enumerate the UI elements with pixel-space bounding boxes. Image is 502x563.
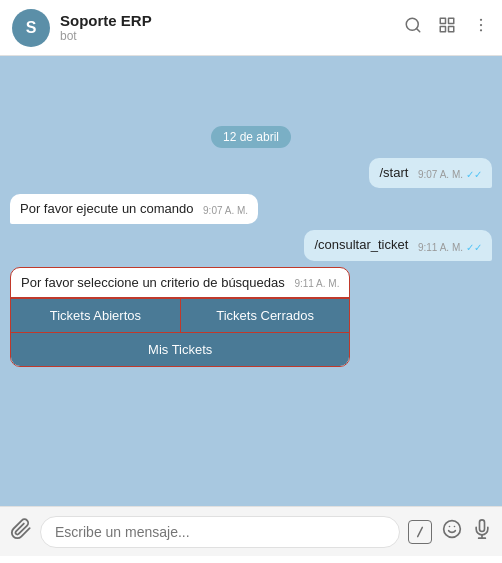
received-bubble: Por favor ejecute un comando 9:07 A. M.: [10, 194, 258, 224]
input-right-icons: [408, 519, 492, 544]
message-row: /start 9:07 A. M. ✓✓: [10, 158, 492, 188]
chat-subtitle: bot: [60, 29, 404, 43]
svg-rect-2: [440, 18, 445, 23]
bot-message-text: Por favor seleccione un criterio de búsq…: [11, 268, 349, 298]
message-row: Por favor seleccione un criterio de búsq…: [10, 267, 492, 367]
svg-point-8: [480, 29, 482, 31]
svg-line-9: [418, 527, 423, 536]
mis-tickets-button[interactable]: Mis Tickets: [11, 332, 349, 366]
tickets-abiertos-button[interactable]: Tickets Abiertos: [11, 298, 181, 332]
bot-response: Por favor seleccione un criterio de búsq…: [10, 267, 350, 367]
svg-point-10: [444, 521, 461, 538]
sent-bubble: /consultar_ticket 9:11 A. M. ✓✓: [304, 230, 492, 260]
svg-point-7: [480, 24, 482, 26]
sent-bubble: /start 9:07 A. M. ✓✓: [369, 158, 492, 188]
input-bar: [0, 506, 502, 556]
avatar: S: [12, 9, 50, 47]
more-icon[interactable]: [472, 16, 490, 39]
date-badge: 12 de abril: [10, 126, 492, 148]
mic-icon[interactable]: [472, 519, 492, 544]
header-info: Soporte ERP bot: [60, 12, 404, 43]
svg-point-6: [480, 19, 482, 21]
messages-container: /start 9:07 A. M. ✓✓ Por favor ejecute u…: [10, 158, 492, 506]
svg-rect-4: [440, 27, 445, 32]
message-row: Por favor ejecute un comando 9:07 A. M.: [10, 194, 492, 224]
bot-bubble: Por favor seleccione un criterio de búsq…: [10, 267, 350, 367]
svg-rect-3: [449, 18, 454, 23]
search-icon[interactable]: [404, 16, 422, 39]
emoji-icon[interactable]: [442, 519, 462, 544]
attach-icon[interactable]: [10, 518, 32, 545]
double-check-icon: ✓✓: [466, 241, 482, 255]
message-input[interactable]: [40, 516, 400, 548]
double-check-icon: ✓✓: [466, 168, 482, 182]
svg-line-1: [416, 28, 419, 31]
chat-title: Soporte ERP: [60, 12, 404, 29]
svg-rect-5: [449, 27, 454, 32]
layout-icon[interactable]: [438, 16, 456, 39]
message-row: /consultar_ticket 9:11 A. M. ✓✓: [10, 230, 492, 260]
chat-area: 12 de abril /start 9:07 A. M. ✓✓ Por fav…: [0, 56, 502, 506]
header-icons: [404, 16, 490, 39]
slash-command-icon[interactable]: [408, 520, 432, 544]
tickets-cerrados-button[interactable]: Tickets Cerrados: [181, 298, 350, 332]
bot-buttons-row: Tickets Abiertos Tickets Cerrados: [11, 298, 349, 332]
chat-header: S Soporte ERP bot: [0, 0, 502, 56]
